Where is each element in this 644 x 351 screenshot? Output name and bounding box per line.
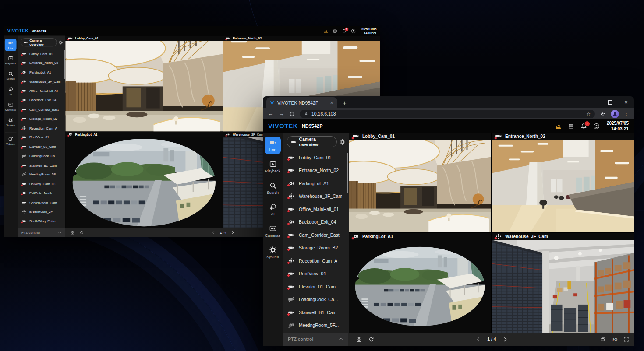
camera-list-item[interactable]: Hallway_Cam_03 [18,179,65,188]
camera-list-item[interactable]: Stairwell_B1_Cam [18,161,65,170]
camera-type-icon [495,133,502,139]
sequence-rotate-icon[interactable] [80,230,84,234]
nav-item[interactable]: Cameras [5,100,17,113]
nav-item[interactable]: Search [5,70,17,82]
next-page-icon[interactable] [231,230,235,234]
camera-tile[interactable]: Entrance_North_02 [492,133,634,232]
camera-tile[interactable]: ParkingLot_A1 [65,132,223,228]
camera-list-item[interactable]: BreakRoom_2F [18,207,65,216]
camera-list-item[interactable]: Office_MainHall_01 [18,86,65,95]
camera-list-item[interactable]: RoofView_01 [283,267,349,281]
tab-close-icon[interactable]: × [329,100,334,105]
prev-page-icon[interactable] [475,337,481,342]
person-icon [612,111,618,117]
storage-icon[interactable] [333,28,337,33]
camera-list-item[interactable]: Backdoor_Exit_04 [283,216,349,229]
camera-tile-titlebar: Entrance_North_02 [223,36,380,41]
bookmark-star-icon[interactable]: ☆ [586,111,591,117]
camera-list-item[interactable]: LoadingDock_Ca... [18,151,65,161]
settings-gear-icon[interactable] [340,139,345,145]
notifications-bell-icon[interactable]: 7 [342,28,347,33]
camera-list-item[interactable]: Elevator_01_Cam [18,142,65,151]
camera-list-item[interactable]: Backdoor_Exit_04 [18,95,65,105]
camera-list-item[interactable]: ExitGate_North [18,189,65,198]
camera-tile[interactable]: ParkingLot_A1 [349,233,491,333]
camera-list-item[interactable]: LoadingDock_Ca... [283,293,349,306]
nav-item[interactable]: Live [5,39,17,51]
camera-overview-button[interactable]: Camera overview [21,38,57,46]
camera-tile[interactable]: Lobby_Cam_01 [349,133,491,232]
nav-item[interactable]: Playback [265,158,281,176]
new-tab-button[interactable]: + [343,99,347,106]
back-icon[interactable]: ← [268,111,274,117]
minimize-button[interactable] [587,96,602,108]
nav-item[interactable]: System [5,116,17,129]
camera-name: LoadingDock_Ca... [299,297,338,302]
nav-icon [269,225,276,232]
camera-list-item[interactable]: MeetingRoom_5F... [283,319,349,332]
fullscreen-icon[interactable] [623,337,629,342]
forward-icon[interactable]: → [279,111,285,117]
reload-icon[interactable] [289,111,295,117]
browser-menu-icon[interactable]: ⋮ [624,111,629,117]
camera-list-item[interactable]: Storage_Room_B2 [283,242,349,255]
account-icon[interactable] [593,123,600,130]
notifications-bell-icon[interactable]: 7 [580,123,587,130]
browser-tab[interactable]: VIVOTEK ND9542P × [266,97,337,108]
camera-list-item[interactable]: Warehouse_3F_Cam [18,77,65,86]
close-button[interactable]: × [618,96,634,108]
io-button[interactable]: I/O [612,337,618,342]
camera-list-item[interactable]: Elevator_01_Cam [283,280,349,293]
camera-list-item[interactable]: MeetingRoom_5F... [18,170,65,179]
camera-list-item[interactable]: Entrance_North_02 [283,164,349,177]
profile-avatar[interactable] [611,110,619,118]
nav-item[interactable]: Live [265,137,281,154]
camera-list-item[interactable]: Cam_Corridor_East [18,105,65,114]
settings-gear-icon[interactable] [59,40,63,44]
nav-item[interactable]: System [265,244,281,261]
sequence-rotate-icon[interactable] [368,337,374,342]
camera-name: Stairwell_B1_Cam [299,310,336,315]
next-page-icon[interactable] [502,337,508,342]
multi-monitor-icon[interactable] [600,337,606,342]
camera-list-item[interactable]: ParkingLot_A1 [283,177,349,190]
alarm-icon[interactable] [555,123,562,130]
ptz-control-panel[interactable]: PTZ control [283,333,348,346]
camera-list-item[interactable]: Entrance_North_02 [18,58,65,67]
alarm-icon[interactable] [323,28,328,33]
camera-list-item[interactable]: Lobby_Cam_01 [283,151,349,164]
camera-list-item[interactable]: Reception_Cam_A [283,254,349,267]
browser-window[interactable]: VIVOTEK ND9542P × + × ← → 10.16.6.108 ☆ … [263,96,634,346]
nav-item[interactable]: Video... [5,133,17,147]
nav-item[interactable]: Cameras [265,222,281,240]
camera-list-item[interactable]: Office_MainHall_01 [283,203,349,216]
camera-list-item[interactable]: RoofView_01 [18,133,65,142]
storage-icon[interactable] [568,123,574,130]
camera-list-item[interactable]: SouthWing_Entra... [18,216,65,225]
layout-grid-icon[interactable] [356,337,362,342]
camera-tile[interactable]: Warehouse_3F_Cam [492,233,634,333]
camera-overview-button[interactable]: Camera overview [287,136,337,147]
nav-item[interactable]: Playback [5,54,17,67]
extensions-icon[interactable] [600,111,606,117]
prev-page-icon[interactable] [212,230,216,234]
camera-list-item[interactable]: ParkingLot_A1 [18,67,65,77]
camera-list-item[interactable]: Cam_Corridor_East [283,228,349,242]
ptz-control-panel[interactable]: PTZ control [18,228,65,237]
scrollbar[interactable] [347,153,348,193]
camera-list-item[interactable]: Lobby_Cam_01 [18,49,65,58]
scrollbar[interactable] [64,50,65,79]
address-bar[interactable]: 10.16.6.108 ☆ [300,110,595,118]
camera-list-item[interactable]: Reception_Cam_A [18,123,65,133]
camera-list-item[interactable]: Warehouse_3F_Cam [283,190,349,203]
camera-list-item[interactable]: Storage_Room_B2 [18,114,65,123]
account-icon[interactable] [351,28,356,33]
nav-item[interactable]: AI [5,85,17,98]
layout-grid-icon[interactable] [71,230,74,234]
restore-button[interactable] [602,96,618,108]
nav-item[interactable]: AI [265,201,281,218]
nav-item[interactable]: Search [265,179,281,197]
camera-tile[interactable]: Lobby_Cam_01 [65,36,223,132]
camera-list-item[interactable]: Stairwell_B1_Cam [283,306,349,319]
camera-list-item[interactable]: ServerRoom_Cam [18,198,65,207]
